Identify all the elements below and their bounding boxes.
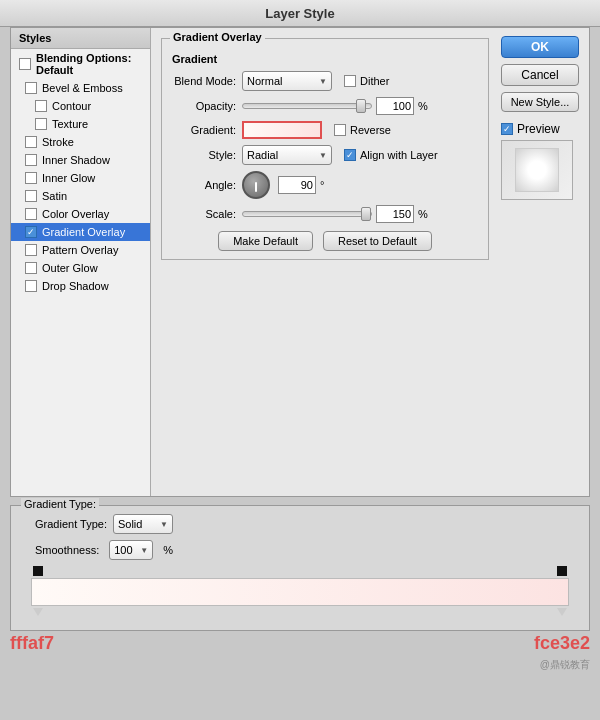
angle-input[interactable]: [278, 176, 316, 194]
sidebar-title: Styles: [11, 28, 150, 49]
color-label-right: fce3e2: [534, 633, 590, 654]
stop-top-left[interactable]: [33, 566, 43, 576]
watermark: @鼎锐教育: [0, 656, 600, 674]
main-content: Gradient Overlay Gradient Blend Mode: No…: [151, 28, 589, 496]
color-overlay-checkbox[interactable]: [25, 208, 37, 220]
dither-checkbox[interactable]: [344, 75, 356, 87]
reset-default-button[interactable]: Reset to Default: [323, 231, 432, 251]
gradient-preview[interactable]: [242, 121, 322, 139]
watermark-text: @鼎锐教育: [540, 659, 590, 670]
stop-bottom-right[interactable]: [557, 608, 567, 616]
sidebar-item-outer-glow[interactable]: Outer Glow: [11, 259, 150, 277]
blend-mode-value: Normal: [247, 75, 282, 87]
align-checkbox[interactable]: [344, 149, 356, 161]
sidebar-item-satin[interactable]: Satin: [11, 187, 150, 205]
smoothness-label: Smoothness:: [35, 544, 99, 556]
sidebar: Styles Blending Options: Default Bevel &…: [11, 28, 151, 496]
opacity-slider[interactable]: [242, 103, 372, 109]
smoothness-dropdown[interactable]: 100 ▼: [109, 540, 153, 560]
gradient-control: Reverse: [242, 121, 478, 139]
blend-mode-label: Blend Mode:: [172, 75, 242, 87]
preview-label-row: Preview: [501, 122, 581, 136]
stroke-checkbox[interactable]: [25, 136, 37, 148]
angle-unit: °: [320, 179, 324, 191]
color-labels: fffaf7 fce3e2: [0, 631, 600, 656]
reverse-item: Reverse: [334, 124, 391, 136]
inner-glow-checkbox[interactable]: [25, 172, 37, 184]
color-label-left: fffaf7: [10, 633, 54, 654]
bottom-buttons: Make Default Reset to Default: [172, 231, 478, 251]
opacity-unit: %: [418, 100, 428, 112]
sidebar-item-stroke[interactable]: Stroke: [11, 133, 150, 151]
gradient-overlay-section: Gradient Overlay Gradient Blend Mode: No…: [161, 38, 489, 260]
reverse-label: Reverse: [350, 124, 391, 136]
angle-dial[interactable]: [242, 171, 270, 199]
opacity-thumb[interactable]: [356, 99, 366, 113]
satin-checkbox[interactable]: [25, 190, 37, 202]
gradient-type-value: Solid: [118, 518, 142, 530]
sidebar-item-drop-shadow[interactable]: Drop Shadow: [11, 277, 150, 295]
preview-section: Preview: [501, 122, 581, 200]
outer-glow-checkbox[interactable]: [25, 262, 37, 274]
blend-mode-dropdown[interactable]: Normal ▼: [242, 71, 332, 91]
reverse-checkbox[interactable]: [334, 124, 346, 136]
make-default-button[interactable]: Make Default: [218, 231, 313, 251]
dither-item: Dither: [344, 75, 389, 87]
scale-slider[interactable]: [242, 211, 372, 217]
pattern-overlay-checkbox[interactable]: [25, 244, 37, 256]
style-control: Radial ▼ Align with Layer: [242, 145, 478, 165]
blend-mode-control: Normal ▼ Dither: [242, 71, 478, 91]
sidebar-item-pattern-overlay[interactable]: Pattern Overlay: [11, 241, 150, 259]
sidebar-item-gradient-overlay[interactable]: Gradient Overlay: [11, 223, 150, 241]
sidebar-item-contour[interactable]: Contour: [11, 97, 150, 115]
sidebar-item-texture[interactable]: Texture: [11, 115, 150, 133]
section-box-title: Gradient Overlay: [170, 31, 265, 43]
align-item: Align with Layer: [344, 149, 438, 161]
scale-input[interactable]: [376, 205, 414, 223]
style-dropdown[interactable]: Radial ▼: [242, 145, 332, 165]
gradient-type-dropdown[interactable]: Solid ▼: [113, 514, 173, 534]
blend-mode-arrow: ▼: [319, 77, 327, 86]
ok-button[interactable]: OK: [501, 36, 579, 58]
sidebar-item-blending-options[interactable]: Blending Options: Default: [11, 49, 150, 79]
new-style-button[interactable]: New Style...: [501, 92, 579, 112]
inner-shadow-checkbox[interactable]: [25, 154, 37, 166]
blend-mode-row: Blend Mode: Normal ▼ Dither: [172, 71, 478, 91]
bevel-emboss-checkbox[interactable]: [25, 82, 37, 94]
scale-unit: %: [418, 208, 428, 220]
angle-row: Angle: °: [172, 171, 478, 199]
sidebar-item-inner-glow[interactable]: Inner Glow: [11, 169, 150, 187]
angle-control: °: [242, 171, 478, 199]
smoothness-row: Smoothness: 100 ▼ %: [21, 540, 579, 560]
drop-shadow-checkbox[interactable]: [25, 280, 37, 292]
gradient-label: Gradient:: [172, 124, 242, 136]
angle-label: Angle:: [172, 179, 242, 191]
stop-top-right[interactable]: [557, 566, 567, 576]
gradient-row: Gradient: Reverse: [172, 121, 478, 139]
preview-checkbox[interactable]: [501, 123, 513, 135]
scale-thumb[interactable]: [361, 207, 371, 221]
dither-label: Dither: [360, 75, 389, 87]
sidebar-item-color-overlay[interactable]: Color Overlay: [11, 205, 150, 223]
stop-bottom-left[interactable]: [33, 608, 43, 616]
scale-row: Scale: %: [172, 205, 478, 223]
style-arrow: ▼: [319, 151, 327, 160]
title-bar: Layer Style: [0, 0, 600, 27]
preview-label: Preview: [517, 122, 560, 136]
gradient-type-title: Gradient Type:: [21, 498, 99, 510]
blending-options-checkbox[interactable]: [19, 58, 31, 70]
sidebar-item-inner-shadow[interactable]: Inner Shadow: [11, 151, 150, 169]
preview-inner: [515, 148, 559, 192]
dialog-title: Layer Style: [265, 6, 334, 21]
style-row: Style: Radial ▼ Align with Layer: [172, 145, 478, 165]
sidebar-item-bevel-emboss[interactable]: Bevel & Emboss: [11, 79, 150, 97]
contour-checkbox[interactable]: [35, 100, 47, 112]
cancel-button[interactable]: Cancel: [501, 64, 579, 86]
buttons-panel: OK Cancel New Style... Preview: [501, 36, 581, 200]
gradient-bar[interactable]: [31, 578, 569, 606]
opacity-control: %: [242, 97, 478, 115]
preview-box: [501, 140, 573, 200]
gradient-overlay-checkbox[interactable]: [25, 226, 37, 238]
texture-checkbox[interactable]: [35, 118, 47, 130]
opacity-input[interactable]: [376, 97, 414, 115]
